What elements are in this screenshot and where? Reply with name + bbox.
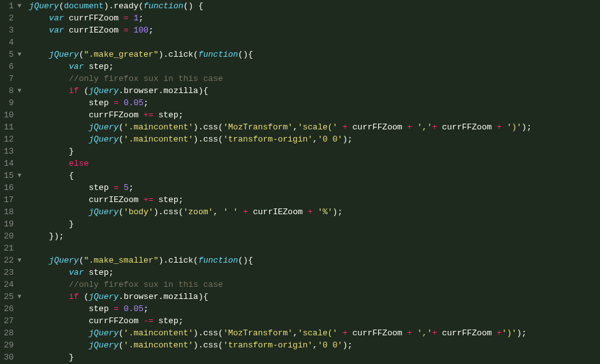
code-token: ). <box>193 328 203 338</box>
code-token: 0.05 <box>124 304 143 314</box>
code-token: 'scale(' <box>298 328 337 338</box>
code-line[interactable]: }); <box>29 230 532 242</box>
fold-toggle-icon[interactable]: ▼ <box>15 170 22 182</box>
code-line[interactable]: jQuery(document).ready(function() { <box>29 0 532 12</box>
line-number: 28 <box>4 327 22 339</box>
fold-toggle-icon[interactable]: ▼ <box>15 291 22 303</box>
code-token: = <box>124 13 129 23</box>
code-token <box>29 62 69 71</box>
code-token: step <box>154 110 179 120</box>
line-number: 25▼ <box>4 291 22 303</box>
code-token: if <box>69 292 79 302</box>
code-line[interactable]: currFFZoom -= step; <box>29 315 532 327</box>
code-line[interactable]: step = 0.05; <box>29 97 532 109</box>
code-token: + <box>497 122 502 132</box>
code-line[interactable]: if (jQuery.browser.mozilla){ <box>29 85 532 97</box>
code-token: function <box>198 256 238 265</box>
line-number-gutter: 1▼2345▼678▼9101112131415▼16171819202122▼… <box>0 0 24 364</box>
code-line[interactable]: var step; <box>29 61 532 73</box>
code-line[interactable]: if (jQuery.browser.mozilla){ <box>29 291 532 303</box>
line-number: 1▼ <box>4 0 22 12</box>
code-token: . <box>119 292 124 302</box>
code-token: ; <box>179 110 184 120</box>
code-line[interactable]: //only firefox sux in this case <box>29 279 532 291</box>
line-number: 23 <box>4 266 22 279</box>
code-token: jQuery <box>89 340 119 350</box>
code-token: css <box>163 207 178 217</box>
code-token: ready <box>113 1 138 11</box>
code-line[interactable]: jQuery('body').css('zoom', ' ' + currIEZ… <box>29 206 532 218</box>
code-line[interactable]: } <box>29 145 532 157</box>
code-token <box>29 244 34 253</box>
code-token: '%' <box>318 207 332 217</box>
code-token: mozilla <box>163 86 198 96</box>
code-line[interactable]: } <box>29 218 532 230</box>
code-line[interactable]: } <box>29 351 532 363</box>
line-number: 20 <box>4 230 22 242</box>
code-line[interactable]: jQuery('.maincontent').css('transform-or… <box>29 133 532 145</box>
code-token <box>29 38 34 47</box>
code-token: click <box>168 50 193 59</box>
code-editor[interactable]: 1▼2345▼678▼9101112131415▼16171819202122▼… <box>0 0 600 364</box>
code-line[interactable]: var step; <box>29 266 532 279</box>
code-line[interactable]: var currIEZoom = 100; <box>29 24 532 36</box>
code-token: ). <box>158 256 168 265</box>
code-line[interactable]: currIEZoom += step; <box>29 194 532 206</box>
code-token <box>337 122 342 132</box>
code-token <box>29 207 89 217</box>
fold-toggle-icon[interactable]: ▼ <box>15 0 22 12</box>
code-line[interactable]: { <box>29 170 532 182</box>
code-token: step <box>89 183 113 193</box>
code-token <box>29 110 89 120</box>
code-token: jQuery <box>49 50 79 59</box>
code-token: jQuery <box>89 328 119 338</box>
fold-toggle-icon[interactable]: ▼ <box>15 85 22 97</box>
code-line[interactable]: step = 0.05; <box>29 303 532 315</box>
code-line[interactable]: jQuery('.maincontent').css('transform-or… <box>29 339 532 351</box>
code-token: var <box>49 25 64 35</box>
code-line[interactable]: //only firefox sux in this case <box>29 73 532 85</box>
code-line[interactable]: jQuery(".make_smaller").click(function()… <box>29 254 532 266</box>
fold-toggle-icon[interactable]: ▼ <box>15 48 22 61</box>
code-token: step <box>89 304 113 314</box>
code-token: . <box>119 86 124 96</box>
code-token: ( <box>218 135 223 144</box>
code-token: + <box>342 328 348 338</box>
line-number: 8▼ <box>4 85 22 97</box>
code-line[interactable]: step = 5; <box>29 182 532 194</box>
code-line[interactable]: currFFZoom += step; <box>29 109 532 121</box>
code-line[interactable]: jQuery('.maincontent').css('MozTransform… <box>29 121 532 133</box>
code-token <box>29 340 89 350</box>
code-token: = <box>113 304 119 314</box>
code-line[interactable]: else <box>29 157 532 170</box>
code-line[interactable]: var currFFZoom = 1; <box>29 12 532 24</box>
code-token: jQuery <box>89 86 119 96</box>
code-line[interactable] <box>29 36 532 48</box>
code-token: = <box>124 25 129 35</box>
line-number: 14 <box>4 157 22 170</box>
code-line[interactable] <box>29 242 532 254</box>
code-token <box>29 316 89 326</box>
line-number: 3 <box>4 24 22 36</box>
code-line[interactable]: jQuery(".make_greater").click(function()… <box>29 48 532 61</box>
code-content[interactable]: jQuery(document).ready(function() { var … <box>24 0 532 364</box>
code-token: ; <box>179 195 184 205</box>
code-token <box>29 183 89 193</box>
code-token <box>29 219 69 229</box>
code-token: css <box>203 340 218 350</box>
line-number: 12 <box>4 133 22 145</box>
fold-toggle-icon[interactable]: ▼ <box>15 254 22 266</box>
code-token: currFFZoom <box>348 122 407 132</box>
code-token: ')' <box>507 122 522 132</box>
code-token: ',' <box>417 328 432 338</box>
code-token: 'zoom' <box>184 207 214 217</box>
code-token <box>29 98 89 108</box>
code-token: ( <box>119 135 124 144</box>
code-token: ). <box>193 122 203 132</box>
code-token: ); <box>522 122 532 132</box>
code-token: currFFZoom <box>89 110 143 120</box>
code-token: '.maincontent' <box>124 135 193 144</box>
code-line[interactable]: jQuery('.maincontent').css('MozTransform… <box>29 327 532 339</box>
code-token: browser <box>124 86 159 96</box>
code-token: '.maincontent' <box>124 122 193 132</box>
